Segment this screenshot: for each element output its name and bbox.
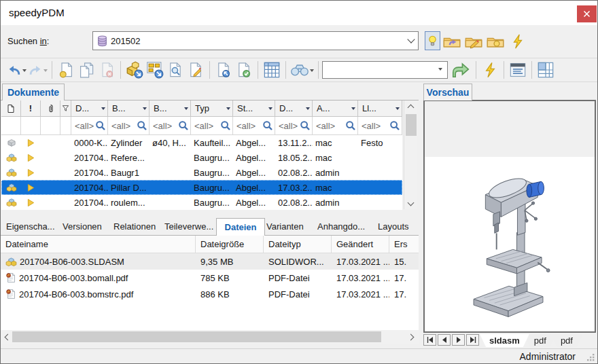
search-dropdown-button[interactable] — [404, 32, 418, 50]
redo-dropdown-icon[interactable] — [43, 69, 48, 74]
previous-sheet-button[interactable] — [438, 334, 451, 346]
tab-relationen[interactable]: Relationen — [113, 221, 156, 232]
edit-document-button[interactable] — [186, 60, 206, 80]
last-sheet-button[interactable] — [466, 334, 479, 346]
tab-eigenschaften[interactable]: Eigenscha... — [6, 221, 55, 232]
column-header-priority[interactable]: ! — [21, 101, 41, 116]
file-row[interactable]: 201704-B06-003.bomall.pdf 785 KB PDF-Dat… — [1, 270, 419, 286]
column-header-benennung[interactable]: B... — [108, 101, 150, 116]
search-filter-icon[interactable] — [95, 120, 106, 131]
release-document-button[interactable] — [234, 60, 254, 80]
expand-arrow-icon[interactable] — [27, 168, 35, 177]
next-sheet-button[interactable] — [452, 334, 465, 346]
tab-anhangdokumente[interactable]: Anhangdo... — [317, 221, 365, 232]
doc-row[interactable]: 201704... Baugr1 Baugru... Abgel... 02.0… — [1, 165, 402, 180]
redo-button[interactable] — [27, 60, 43, 80]
column-header-document[interactable] — [1, 101, 21, 116]
column-header-filter[interactable] — [60, 101, 71, 116]
window-list-button[interactable] — [508, 60, 528, 80]
sort-dropdown-icon[interactable] — [184, 107, 188, 112]
column-header-geaendert[interactable]: Geändert — [332, 236, 389, 253]
new-document-button[interactable] — [56, 60, 76, 80]
scroll-down-button[interactable] — [404, 198, 417, 209]
tab-dokumente[interactable]: Dokumente — [2, 84, 65, 101]
search-filter-icon[interactable] — [137, 120, 147, 131]
column-header-attachment[interactable] — [41, 101, 60, 116]
doc-row[interactable]: 201704... Refere... Baugru... Abgel... 1… — [1, 150, 402, 165]
doc-row-selected[interactable]: 201704... Pillar D... Baugru... Abgel...… — [1, 180, 402, 195]
first-sheet-button[interactable] — [423, 334, 436, 346]
scroll-up-button[interactable] — [404, 101, 417, 112]
project-back-button[interactable] — [441, 32, 462, 51]
doc-table-vscrollbar[interactable] — [404, 101, 417, 209]
search-filter-icon[interactable] — [220, 120, 231, 131]
search-filter-icon[interactable] — [389, 120, 400, 131]
search-filter-icon[interactable] — [262, 120, 273, 131]
preview-document-button[interactable] — [165, 60, 186, 80]
find-dropdown-icon[interactable] — [310, 69, 314, 74]
sort-dropdown-icon[interactable] — [101, 107, 105, 112]
file-area-hscrollbar[interactable] — [1, 330, 419, 344]
column-header-status[interactable]: St... — [233, 101, 275, 116]
preview-viewport[interactable] — [423, 100, 596, 333]
scroll-thumb[interactable] — [406, 114, 417, 136]
tab-versionen[interactable]: Versionen — [63, 221, 102, 232]
column-header-benennung2[interactable]: B... — [150, 101, 191, 116]
assembly-structure-button[interactable] — [145, 60, 165, 80]
find-button[interactable] — [289, 60, 310, 80]
sort-dropdown-icon[interactable] — [226, 107, 230, 112]
insert-part-button[interactable] — [124, 60, 145, 80]
filter-cell[interactable]: <all> — [275, 117, 313, 134]
filter-cell[interactable]: <all> — [191, 117, 233, 134]
undo-button[interactable] — [6, 60, 22, 80]
sort-dropdown-icon[interactable] — [395, 107, 400, 112]
expand-arrow-icon[interactable] — [27, 198, 35, 207]
scroll-right-button[interactable] — [406, 330, 417, 344]
tab-teileverwendung[interactable]: Teileverwe... — [164, 221, 213, 232]
close-button[interactable] — [577, 5, 597, 22]
go-button[interactable] — [448, 60, 472, 80]
sort-dropdown-icon[interactable] — [143, 107, 147, 112]
column-header-dateityp[interactable]: Dateityp — [264, 236, 332, 253]
filter-cell[interactable]: <all> — [71, 117, 108, 134]
scroll-thumb[interactable] — [12, 331, 381, 342]
project-edit-button[interactable] — [463, 32, 484, 51]
project-browse-button[interactable] — [485, 32, 506, 51]
title-bar[interactable]: speedyPDM — [1, 1, 597, 25]
search-combobox[interactable]: 201502 — [92, 31, 419, 50]
filter-cell[interactable]: <all> — [233, 117, 275, 134]
column-header-dateiname[interactable]: Dateiname — [1, 236, 196, 253]
file-row[interactable]: 201704-B06-003.SLDASM 9,35 MB SOLIDWOR..… — [1, 253, 419, 270]
column-header-typ[interactable]: Typ — [191, 101, 233, 116]
tab-vorschau[interactable]: Vorschau — [423, 84, 472, 101]
filter-cell[interactable]: <all> — [108, 117, 150, 134]
search-filter-icon[interactable] — [178, 120, 189, 131]
column-header-autor[interactable]: A... — [313, 101, 358, 116]
run-action-button[interactable] — [480, 60, 500, 80]
filter-cell[interactable]: <all> — [358, 117, 402, 134]
quick-search-combobox[interactable] — [322, 61, 448, 79]
doc-row[interactable]: 0000-K... Zylinder ø40, H... Kaufteil...… — [1, 135, 402, 150]
tab-dateien[interactable]: Dateien — [216, 218, 265, 236]
copy-document-button[interactable] — [76, 60, 96, 80]
doc-row[interactable]: 201704... roulem... Baugru... Abgel... 0… — [1, 195, 402, 210]
scroll-left-button[interactable] — [1, 330, 12, 344]
delete-document-button[interactable] — [96, 60, 117, 80]
file-row[interactable]: 201704-B06-003.bomstrc.pdf 886 KB PDF-Da… — [1, 286, 419, 302]
column-header-lieferant[interactable]: Ll... — [358, 101, 402, 116]
expand-arrow-icon[interactable] — [27, 139, 35, 147]
sort-dropdown-icon[interactable] — [351, 107, 355, 112]
filter-cell[interactable]: <all> — [313, 117, 358, 134]
column-header-dateigroesse[interactable]: Dateigröße — [196, 236, 264, 253]
tab-layouts[interactable]: Layouts — [378, 221, 409, 232]
search-filter-icon[interactable] — [345, 120, 356, 131]
search-filter-icon[interactable] — [300, 120, 311, 131]
sheet-tab-sldasm[interactable]: sldasm — [480, 334, 529, 347]
column-header-docnr[interactable]: D... — [71, 101, 108, 116]
column-header-datum[interactable]: D... — [275, 101, 313, 116]
sheet-tab-pdf-1[interactable]: pdf — [525, 334, 556, 347]
undo-dropdown-icon[interactable] — [22, 69, 27, 74]
resize-grip[interactable] — [586, 353, 595, 362]
grid-layout-button[interactable] — [535, 60, 556, 80]
expand-arrow-icon[interactable] — [27, 153, 35, 162]
